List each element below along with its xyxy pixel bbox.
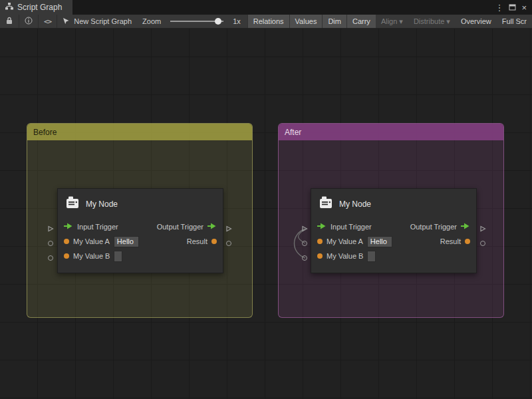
flow-in-icon[interactable] bbox=[64, 223, 73, 231]
zoom-value: 1x bbox=[233, 17, 241, 25]
value-port-icon[interactable] bbox=[317, 253, 323, 259]
external-value-port[interactable] bbox=[301, 255, 308, 261]
port-row-value-b: My Value B bbox=[58, 249, 223, 263]
value-a-label: My Value A bbox=[73, 237, 110, 245]
info-icon bbox=[25, 17, 33, 26]
kebab-menu-icon[interactable]: ⋮ bbox=[495, 3, 503, 12]
zoom-control: Zoom 1x bbox=[137, 15, 246, 28]
chevron-down-icon: ▾ bbox=[399, 17, 403, 26]
value-a-label: My Value A bbox=[327, 237, 363, 245]
maximize-icon[interactable] bbox=[509, 4, 516, 11]
graph-name-area[interactable]: New Script Graph bbox=[57, 15, 137, 28]
tab-title: Script Graph bbox=[17, 3, 62, 12]
dropdown-distribute[interactable]: Distribute ▾ bbox=[408, 15, 456, 28]
output-trigger-label: Output Trigger bbox=[410, 223, 457, 231]
distribute-label: Distribute bbox=[414, 17, 444, 25]
lock-icon bbox=[5, 17, 13, 26]
external-value-port[interactable] bbox=[47, 240, 54, 247]
group-after-title: After bbox=[285, 128, 301, 137]
zoom-slider-handle[interactable] bbox=[215, 18, 221, 25]
node-header[interactable]: My Node bbox=[58, 189, 223, 219]
graph-canvas[interactable]: Before My Node bbox=[0, 29, 532, 399]
code-view-button[interactable]: <> bbox=[39, 15, 57, 28]
flow-machine-icon bbox=[319, 196, 333, 213]
result-label: Result bbox=[440, 237, 461, 245]
close-icon[interactable]: × bbox=[521, 3, 527, 12]
external-result-port[interactable] bbox=[225, 240, 232, 247]
node-header[interactable]: My Node bbox=[311, 189, 476, 219]
dropdown-align[interactable]: Align ▾ bbox=[376, 15, 408, 28]
value-b-label: My Value B bbox=[73, 252, 110, 260]
tab-bar: Script Graph ⋮ × bbox=[0, 0, 532, 15]
my-node-before[interactable]: My Node Input Trigger Output Trigger bbox=[57, 188, 223, 273]
external-value-port[interactable] bbox=[47, 255, 54, 261]
external-value-port[interactable] bbox=[301, 240, 308, 247]
value-b-input[interactable] bbox=[367, 251, 376, 262]
group-after-header[interactable]: After bbox=[279, 124, 503, 140]
result-label: Result bbox=[187, 237, 207, 245]
tab-script-graph[interactable]: Script Graph bbox=[0, 0, 72, 15]
result-port-icon[interactable] bbox=[211, 239, 217, 244]
value-a-input[interactable]: Hello bbox=[114, 236, 139, 247]
chevron-down-icon: ▾ bbox=[446, 17, 450, 26]
zoom-slider[interactable] bbox=[170, 21, 223, 22]
external-flow-out-port[interactable] bbox=[479, 225, 486, 232]
external-result-port[interactable] bbox=[479, 240, 486, 247]
pointer-icon bbox=[63, 17, 70, 26]
graph-icon bbox=[5, 3, 13, 12]
port-row-value-a: My Value A Hello Result bbox=[311, 234, 476, 249]
input-trigger-label: Input Trigger bbox=[331, 223, 372, 231]
group-after[interactable]: After My N bbox=[278, 123, 504, 318]
graph-toolbar: <> New Script Graph Zoom 1x Relations Va… bbox=[0, 15, 532, 29]
group-before-title: Before bbox=[33, 128, 57, 137]
flow-in-icon[interactable] bbox=[317, 223, 327, 231]
port-row-trigger: Input Trigger Output Trigger bbox=[311, 219, 476, 234]
lock-button[interactable] bbox=[0, 15, 19, 28]
value-b-input[interactable] bbox=[114, 251, 122, 262]
fullscreen-button[interactable]: Full Scr bbox=[497, 15, 532, 28]
result-port-icon[interactable] bbox=[465, 239, 470, 244]
port-row-value-b: My Value B bbox=[311, 249, 476, 263]
window-controls: ⋮ × bbox=[495, 0, 532, 15]
value-port-icon[interactable] bbox=[317, 239, 323, 244]
flow-out-icon[interactable] bbox=[207, 223, 217, 231]
group-before-header[interactable]: Before bbox=[27, 124, 252, 140]
group-before[interactable]: Before My Node bbox=[27, 123, 253, 318]
value-port-icon[interactable] bbox=[64, 239, 69, 244]
flow-out-icon[interactable] bbox=[461, 223, 470, 231]
toggle-dim[interactable]: Dim bbox=[322, 15, 346, 28]
port-row-value-a: My Value A Hello Result bbox=[58, 234, 223, 249]
value-a-input[interactable]: Hello bbox=[367, 236, 392, 247]
script-graph-window: Script Graph ⋮ × bbox=[0, 0, 532, 399]
toggle-values[interactable]: Values bbox=[289, 15, 323, 28]
my-node-after[interactable]: My Node Input Trigger Output Trigger bbox=[311, 188, 477, 273]
external-flow-out-port[interactable] bbox=[225, 225, 232, 232]
flow-machine-icon bbox=[65, 196, 80, 213]
port-row-trigger: Input Trigger Output Trigger bbox=[58, 219, 223, 234]
zoom-label: Zoom bbox=[142, 17, 161, 25]
info-button[interactable] bbox=[19, 15, 39, 28]
overview-button[interactable]: Overview bbox=[456, 15, 497, 28]
output-trigger-label: Output Trigger bbox=[157, 223, 203, 231]
value-port-icon[interactable] bbox=[64, 253, 69, 259]
toggle-carry[interactable]: Carry bbox=[346, 15, 376, 28]
node-title: My Node bbox=[86, 200, 118, 209]
code-icon: <> bbox=[44, 17, 51, 26]
external-flow-in-port[interactable] bbox=[301, 225, 308, 232]
external-flow-in-port[interactable] bbox=[47, 225, 54, 232]
node-title: My Node bbox=[339, 200, 371, 209]
align-label: Align bbox=[381, 17, 397, 25]
toggle-relations[interactable]: Relations bbox=[247, 15, 289, 28]
input-trigger-label: Input Trigger bbox=[77, 223, 118, 231]
toolbar-buttons: Relations Values Dim Carry Align ▾ Distr… bbox=[247, 15, 532, 28]
graph-name-label: New Script Graph bbox=[74, 17, 132, 25]
value-b-label: My Value B bbox=[327, 252, 363, 260]
